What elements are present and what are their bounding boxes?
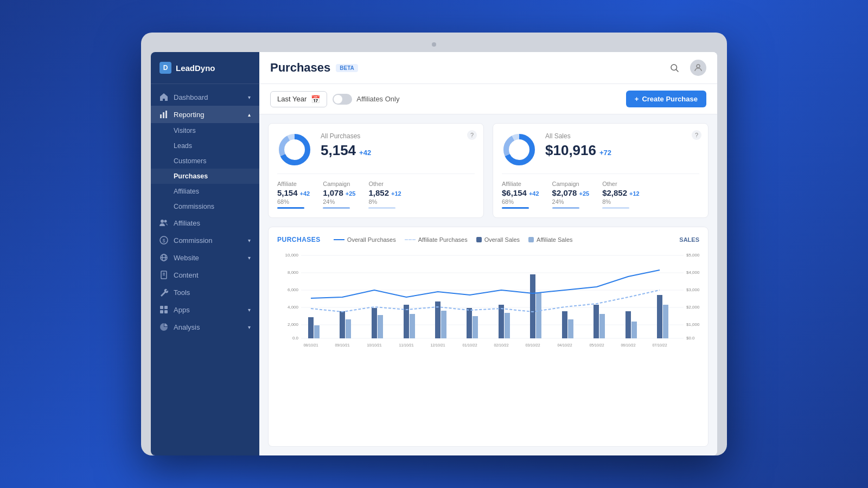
svg-text:$: $: [162, 238, 165, 243]
sidebar-item-commissions[interactable]: Commissions: [151, 199, 259, 214]
sales-help-icon[interactable]: ?: [692, 130, 701, 140]
chart-title-area: PURCHASES Overall Purchases Affiliate Pu…: [277, 236, 573, 243]
svg-text:0.0: 0.0: [292, 336, 299, 341]
sidebar-item-leads[interactable]: Leads: [151, 138, 259, 153]
create-purchase-label: Create Purchase: [642, 95, 698, 103]
affiliates-toggle[interactable]: [333, 94, 352, 105]
purchases-other-pct: 8%: [368, 198, 401, 205]
svg-text:12/10/21: 12/10/21: [430, 343, 445, 347]
stat-card-header-sales: All Sales $10,916 +72: [502, 132, 699, 167]
svg-text:$2,000: $2,000: [686, 305, 699, 310]
bar-affiliate-sales-4: [441, 311, 446, 338]
sales-affiliate: Affiliate $6,154 +42 68%: [502, 181, 539, 209]
purchases-affiliate-bar: [277, 207, 304, 209]
sidebar-label-content: Content: [174, 271, 199, 279]
svg-text:$3,000: $3,000: [686, 287, 699, 292]
purchases-affiliate-label: Affiliate: [277, 181, 310, 187]
svg-point-4: [164, 220, 167, 223]
purchases-campaign-pct: 24%: [323, 198, 355, 205]
svg-text:8,000: 8,000: [288, 270, 299, 275]
logo-icon: D: [159, 62, 171, 74]
date-filter[interactable]: Last Year 📅: [270, 91, 327, 107]
sidebar-item-affiliates-sub[interactable]: Affiliates: [151, 184, 259, 199]
sidebar-item-purchases[interactable]: Purchases: [151, 169, 259, 184]
search-button[interactable]: [666, 60, 682, 76]
bar-overall-sales-9: [593, 305, 599, 338]
page-title-area: Purchases BETA: [270, 61, 358, 75]
svg-text:01/10/22: 01/10/22: [462, 343, 477, 347]
chart-svg-area: 10,000 8,000 6,000 4,000 2,000 0.0 $5,00…: [277, 250, 699, 361]
svg-rect-14: [164, 306, 168, 309]
create-plus-icon: +: [635, 95, 639, 103]
sidebar-item-tools[interactable]: Tools: [151, 284, 259, 301]
chart-svg: 10,000 8,000 6,000 4,000 2,000 0.0 $5,00…: [277, 250, 699, 358]
purchases-value: 5,154: [321, 142, 356, 159]
sidebar-item-affiliates[interactable]: Affiliates: [151, 214, 259, 232]
sidebar-item-reporting[interactable]: Reporting ▴: [151, 106, 259, 123]
svg-text:$0.0: $0.0: [686, 336, 695, 341]
purchases-campaign-label: Campaign: [323, 181, 355, 187]
svg-text:10,000: 10,000: [285, 253, 299, 258]
svg-line-18: [676, 69, 678, 72]
svg-rect-15: [160, 310, 163, 313]
bar-affiliate-sales-9: [599, 314, 605, 338]
purchases-other-bar: [368, 207, 395, 209]
sidebar-item-dashboard[interactable]: Dashboard ▾: [151, 88, 259, 106]
bar-affiliate-sales-0: [314, 325, 320, 338]
svg-text:$4,000: $4,000: [686, 270, 699, 275]
bar-affiliate-sales-6: [505, 313, 510, 338]
sales-other: Other $2,852 +12 8%: [602, 181, 640, 209]
sidebar-item-analysis[interactable]: Analysis ▾: [151, 318, 259, 336]
sales-donut: [502, 132, 537, 167]
bar-overall-sales-7: [530, 274, 535, 338]
bar-overall-sales-5: [467, 308, 472, 338]
users-icon: [159, 219, 168, 227]
sidebar-item-customers[interactable]: Customers: [151, 153, 259, 169]
chevron-down-icon-2: ▾: [248, 237, 251, 243]
legend-affiliate-purchases-label: Affiliate Purchases: [418, 236, 468, 243]
all-sales-label: All Sales: [545, 132, 699, 140]
line-overall-purchases: [311, 270, 660, 298]
sales-value: $10,916: [545, 142, 596, 159]
bar-overall-sales-6: [499, 305, 504, 338]
sidebar-item-website[interactable]: Website ▾: [151, 249, 259, 266]
chevron-up-icon: ▴: [248, 112, 251, 118]
toggle-area: Affiliates Only: [333, 94, 399, 105]
sidebar-item-content[interactable]: Content: [151, 266, 259, 284]
sales-info: All Sales $10,916 +72: [545, 132, 699, 159]
logo-area[interactable]: D LeadDyno: [151, 52, 259, 84]
sidebar-item-visitors[interactable]: Visitors: [151, 123, 259, 138]
sales-other-bar: [602, 207, 629, 209]
purchases-campaign-bar: [323, 207, 350, 209]
svg-text:08/10/21: 08/10/21: [303, 343, 318, 347]
purchases-other-value: 1,852: [368, 188, 389, 197]
purchases-campaign-value: 1,078: [323, 188, 343, 197]
sidebar-item-commission[interactable]: $ Commission ▾: [151, 232, 259, 249]
legend-line-solid: [334, 239, 344, 240]
purchases-affiliate-change: +42: [300, 190, 310, 197]
purchases-help-icon[interactable]: ?: [467, 130, 477, 140]
sidebar-item-apps[interactable]: Apps ▾: [151, 301, 259, 318]
create-purchase-button[interactable]: + Create Purchase: [626, 91, 706, 107]
svg-text:10/10/21: 10/10/21: [367, 343, 381, 347]
dollar-icon: $: [159, 236, 168, 245]
calendar-icon: 📅: [311, 95, 320, 104]
beta-badge: BETA: [336, 64, 358, 72]
purchases-affiliate: Affiliate 5,154 +42 68%: [277, 181, 310, 209]
sales-main: $10,916 +72: [545, 142, 699, 159]
purchases-campaign: Campaign 1,078 +25 24%: [323, 181, 355, 209]
purchases-info: All Purchases 5,154 +42: [321, 132, 475, 159]
chart-title-sales: SALES: [679, 236, 699, 243]
svg-text:2,000: 2,000: [288, 322, 299, 327]
bar-chart-icon: [159, 110, 168, 119]
sidebar: D LeadDyno Dashboard ▾: [151, 52, 259, 455]
bar-affiliate-sales-8: [568, 319, 573, 338]
chart-header: PURCHASES Overall Purchases Affiliate Pu…: [277, 236, 699, 243]
user-icon: [693, 63, 703, 73]
toggle-knob: [334, 95, 342, 104]
bar-affiliate-sales-10: [631, 322, 637, 338]
home-icon: [159, 93, 168, 101]
logo-text: LeadDyno: [176, 63, 215, 73]
avatar[interactable]: [690, 60, 706, 76]
bar-overall-sales-11: [657, 295, 662, 338]
